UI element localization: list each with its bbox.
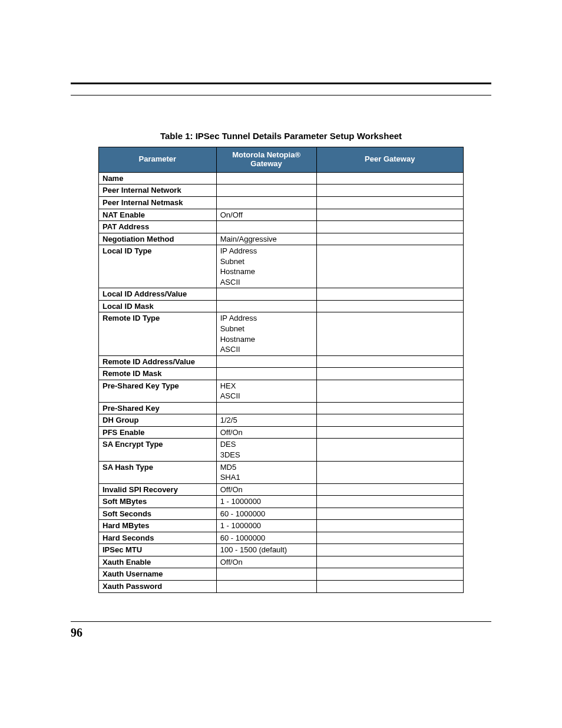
cell-peer — [316, 483, 463, 496]
cell-parameter: Pre-Shared Key — [99, 402, 217, 414]
cell-peer — [316, 439, 463, 461]
cell-peer — [316, 288, 463, 301]
worksheet-table: Parameter Motorola Netopia® Gateway Peer… — [98, 147, 464, 593]
page-number: 96 — [71, 626, 82, 640]
cell-peer — [316, 496, 463, 508]
table-row: Xauth Password — [99, 581, 464, 593]
footer-rule — [71, 621, 491, 622]
cell-gateway: 100 - 1500 (default) — [216, 544, 316, 556]
cell-gateway: IP Address Subnet Hostname ASCII — [216, 245, 316, 288]
table-row: Xauth Username — [99, 568, 464, 581]
cell-gateway — [216, 196, 316, 209]
cell-gateway — [216, 288, 316, 301]
table-row: Remote ID Mask — [99, 368, 464, 380]
cell-gateway: MD5 SHA1 — [216, 461, 316, 483]
table-row: Xauth EnableOff/On — [99, 556, 464, 568]
top-rule-thin — [71, 95, 491, 95]
cell-parameter: DH Group — [99, 414, 217, 427]
cell-peer — [316, 209, 463, 221]
table-row: Soft MBytes1 - 1000000 — [99, 496, 464, 508]
cell-gateway: DES 3DES — [216, 439, 316, 461]
table-row: Name — [99, 172, 464, 185]
cell-peer — [316, 221, 463, 233]
table-row: NAT EnableOn/Off — [99, 209, 464, 221]
cell-gateway: 60 - 1000000 — [216, 508, 316, 520]
table-body: NamePeer Internal NetworkPeer Internal N… — [99, 172, 464, 592]
cell-parameter: Invalid SPI Recovery — [99, 483, 217, 496]
header-parameter: Parameter — [99, 147, 217, 173]
cell-peer — [316, 300, 463, 312]
cell-gateway — [216, 368, 316, 380]
top-rule-thick — [71, 83, 491, 84]
cell-parameter: SA Encrypt Type — [99, 439, 217, 461]
table-row: Peer Internal Netmask — [99, 196, 464, 209]
cell-gateway — [216, 221, 316, 233]
cell-peer — [316, 368, 463, 380]
table-caption: Table 1: IPSec Tunnel Details Parameter … — [71, 131, 491, 141]
cell-parameter: Xauth Enable — [99, 556, 217, 568]
cell-parameter: Remote ID Type — [99, 312, 217, 355]
cell-gateway — [216, 355, 316, 368]
table-row: Peer Internal Network — [99, 185, 464, 197]
cell-peer — [316, 355, 463, 368]
cell-gateway: On/Off — [216, 209, 316, 221]
cell-parameter: Local ID Type — [99, 245, 217, 288]
cell-peer — [316, 568, 463, 581]
cell-parameter: Xauth Username — [99, 568, 217, 581]
cell-parameter: PFS Enable — [99, 426, 217, 439]
table-row: Soft Seconds60 - 1000000 — [99, 508, 464, 520]
table-row: Local ID Mask — [99, 300, 464, 312]
cell-parameter: NAT Enable — [99, 209, 217, 221]
cell-gateway — [216, 172, 316, 185]
cell-gateway — [216, 568, 316, 581]
table-row: Local ID Address/Value — [99, 288, 464, 301]
table-row: Hard MBytes1 - 1000000 — [99, 520, 464, 532]
cell-parameter: Soft MBytes — [99, 496, 217, 508]
cell-gateway: Off/On — [216, 483, 316, 496]
table-row: Pre-Shared Key TypeHEX ASCII — [99, 380, 464, 402]
table-row: DH Group1/2/5 — [99, 414, 464, 427]
cell-parameter: PAT Address — [99, 221, 217, 233]
table-row: SA Encrypt TypeDES 3DES — [99, 439, 464, 461]
cell-parameter: IPSec MTU — [99, 544, 217, 556]
cell-gateway: Main/Aggressive — [216, 233, 316, 245]
table-row: Negotiation MethodMain/Aggressive — [99, 233, 464, 245]
header-gateway: Motorola Netopia® Gateway — [216, 147, 316, 173]
cell-parameter: Hard Seconds — [99, 532, 217, 544]
cell-peer — [316, 544, 463, 556]
cell-parameter: Hard MBytes — [99, 520, 217, 532]
cell-parameter: Xauth Password — [99, 581, 217, 593]
table-row: IPSec MTU100 - 1500 (default) — [99, 544, 464, 556]
cell-peer — [316, 426, 463, 439]
cell-parameter: SA Hash Type — [99, 461, 217, 483]
table-row: PAT Address — [99, 221, 464, 233]
cell-peer — [316, 556, 463, 568]
table-row: Hard Seconds60 - 1000000 — [99, 532, 464, 544]
cell-gateway — [216, 581, 316, 593]
cell-gateway: IP Address Subnet Hostname ASCII — [216, 312, 316, 355]
cell-peer — [316, 380, 463, 402]
cell-peer — [316, 508, 463, 520]
cell-parameter: Local ID Address/Value — [99, 288, 217, 301]
cell-gateway: Off/On — [216, 426, 316, 439]
cell-parameter: Pre-Shared Key Type — [99, 380, 217, 402]
cell-gateway: 1 - 1000000 — [216, 496, 316, 508]
cell-peer — [316, 532, 463, 544]
table-row: SA Hash TypeMD5 SHA1 — [99, 461, 464, 483]
cell-peer — [316, 245, 463, 288]
table-row: Remote ID TypeIP Address Subnet Hostname… — [99, 312, 464, 355]
table-row: Invalid SPI RecoveryOff/On — [99, 483, 464, 496]
cell-parameter: Remote ID Address/Value — [99, 355, 217, 368]
table-row: Remote ID Address/Value — [99, 355, 464, 368]
cell-peer — [316, 233, 463, 245]
cell-peer — [316, 414, 463, 427]
cell-gateway: 1/2/5 — [216, 414, 316, 427]
cell-gateway: HEX ASCII — [216, 380, 316, 402]
cell-peer — [316, 402, 463, 414]
cell-peer — [316, 196, 463, 209]
table-header-row: Parameter Motorola Netopia® Gateway Peer… — [99, 147, 464, 173]
cell-peer — [316, 461, 463, 483]
cell-peer — [316, 172, 463, 185]
cell-gateway — [216, 185, 316, 197]
cell-peer — [316, 581, 463, 593]
